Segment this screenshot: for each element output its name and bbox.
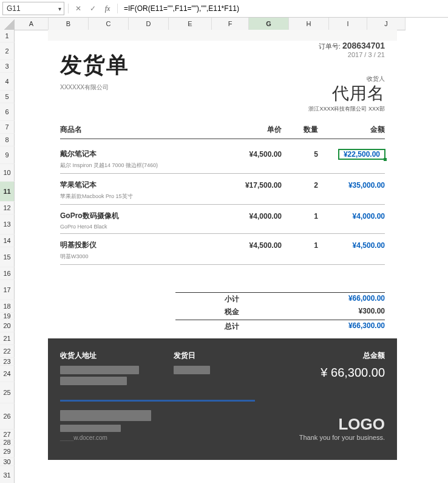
select-all-triangle[interactable] [0,18,15,30]
th-qty: 数量 [282,125,318,135]
row-header-25[interactable]: 25 [0,382,15,403]
addr-label: 收货人地址 [60,351,158,361]
cancel-icon[interactable]: ✕ [72,2,84,15]
row-header-10[interactable]: 10 [0,164,15,182]
grand-label: 总金额 [287,351,385,361]
row-header-31[interactable]: 31 [0,466,15,483]
row-header-22[interactable]: 22 [0,345,15,358]
col-header-D[interactable]: D [129,18,169,30]
item-qty: 5 [282,150,318,159]
row-header-17[interactable]: 17 [0,280,15,300]
items-list: 戴尔笔记本¥4,500.005¥22,500.00戴尔 Inspiron 灵越1… [60,143,385,265]
col-header-F[interactable]: F [212,18,249,30]
progress-bar [60,400,255,402]
row-header-15[interactable]: 15 [0,247,15,267]
separator [117,4,118,13]
item-desc: 明基W3000 [60,253,385,261]
row-header-5[interactable]: 5 [0,91,15,103]
col-header-G[interactable]: G [249,18,289,30]
order-no: 208634701 [342,41,385,50]
item-amount[interactable]: ¥22,500.00 [318,149,385,159]
item-qty: 1 [282,241,318,250]
selected-cell[interactable]: ¥22,500.00 [339,149,385,159]
row-header-12[interactable]: 12 [0,202,15,214]
name-box[interactable]: G11 [2,2,64,15]
col-header-I[interactable]: I [329,18,367,30]
ship-placeholder [174,366,210,374]
fx-icon[interactable]: fx [101,2,114,15]
row-header-26[interactable]: 26 [0,403,15,430]
row-header-14[interactable]: 14 [0,235,15,247]
grand-total: ¥ 66,300.00 [287,366,385,380]
line-item: GoPro数码摄像机¥4,000.001¥4,000.00GoPro Hero4… [60,205,385,234]
row-header-20[interactable]: 20 [0,320,15,332]
invoice-document: 订单号: 208634701 2017 / 3 / 21 发货单 XXXXXX有… [48,30,397,41]
order-date: 2017 / 3 / 21 [348,51,385,58]
item-price: ¥4,500.00 [215,150,282,159]
col-header-E[interactable]: E [169,18,212,30]
item-name: 明基投影仪 [60,240,215,250]
column-headers[interactable]: ABCDEFGHIJ [15,18,406,30]
logo: LOGO [230,415,385,434]
row-header-16[interactable]: 16 [0,267,15,280]
subtotal-label: 小计 [175,294,288,304]
website: ____w.docer.com [60,434,215,441]
item-name: 苹果笔记本 [60,180,215,190]
enter-icon[interactable]: ✓ [87,2,99,15]
item-price: ¥4,000.00 [215,212,282,221]
th-amount: 金额 [318,125,385,135]
col-header-A[interactable]: A [15,18,49,30]
row-header-30[interactable]: 30 [0,458,15,466]
row-header-28[interactable]: 28 [0,440,15,445]
workspace: ABCDEFGHIJ 12345678910111213141516171819… [0,18,448,483]
invoice-footer: 收货人地址 发货日 总金额 ¥ 66,300.00 [48,338,397,460]
col-header-J[interactable]: J [367,18,406,30]
row-header-29[interactable]: 29 [0,445,15,458]
col-header-C[interactable]: C [89,18,129,30]
doc-title: 发货单 [60,50,129,80]
row-headers[interactable]: 1234567891011121314151617181920212223242… [0,30,15,483]
row-header-3[interactable]: 3 [0,60,15,73]
item-amount[interactable]: ¥4,500.00 [318,241,385,250]
item-name: 戴尔笔记本 [60,149,215,159]
row-header-23[interactable]: 23 [0,358,15,366]
row-header-7[interactable]: 7 [0,121,15,134]
item-qty: 1 [282,212,318,221]
item-name: GoPro数码摄像机 [60,211,215,221]
order-info: 订单号: 208634701 2017 / 3 / 21 [319,41,385,58]
line-item: 戴尔笔记本¥4,500.005¥22,500.00戴尔 Inspiron 灵越1… [60,143,385,174]
recipient-name: 代用名 [332,82,385,105]
row-header-6[interactable]: 6 [0,103,15,121]
row-header-4[interactable]: 4 [0,73,15,91]
line-item: 明基投影仪¥4,500.001¥4,500.00明基W3000 [60,234,385,265]
item-desc: GoPro Hero4 Black [60,224,385,230]
formula-input[interactable] [121,2,446,15]
item-desc: 戴尔 Inspiron 灵越14 7000 微边框(7460) [60,162,385,170]
recipient-company: 浙江XXXX科技有限公司 XXX部 [308,105,385,113]
item-price: ¥17,500.00 [215,181,282,190]
tax-label: 税金 [175,307,288,317]
total-label: 总计 [175,321,288,332]
row-header-13[interactable]: 13 [0,214,15,235]
addr-placeholder [60,377,127,385]
totals-section: 小计¥66,000.00 税金¥300.00 总计¥66,300.00 [175,292,385,333]
tax-value: ¥300.00 [312,307,385,317]
row-header-19[interactable]: 19 [0,313,15,320]
row-header-18[interactable]: 18 [0,300,15,313]
col-header-H[interactable]: H [289,18,329,30]
item-amount[interactable]: ¥4,000.00 [318,212,385,221]
line-item: 苹果笔记本¥17,500.002¥35,000.00苹果新款Macbook Pr… [60,174,385,205]
row-header-1[interactable]: 1 [0,30,15,43]
row-header-2[interactable]: 2 [0,43,15,60]
separator [68,4,69,13]
company-name: XXXXXX有限公司 [60,83,109,92]
col-header-B[interactable]: B [49,18,89,30]
row-header-24[interactable]: 24 [0,366,15,382]
item-amount[interactable]: ¥35,000.00 [318,181,385,190]
row-header-8[interactable]: 8 [0,134,15,146]
ship-label: 发货日 [174,351,272,361]
row-header-9[interactable]: 9 [0,146,15,164]
row-header-11[interactable]: 11 [0,182,15,202]
row-header-21[interactable]: 21 [0,332,15,345]
th-product: 商品名 [60,125,215,135]
